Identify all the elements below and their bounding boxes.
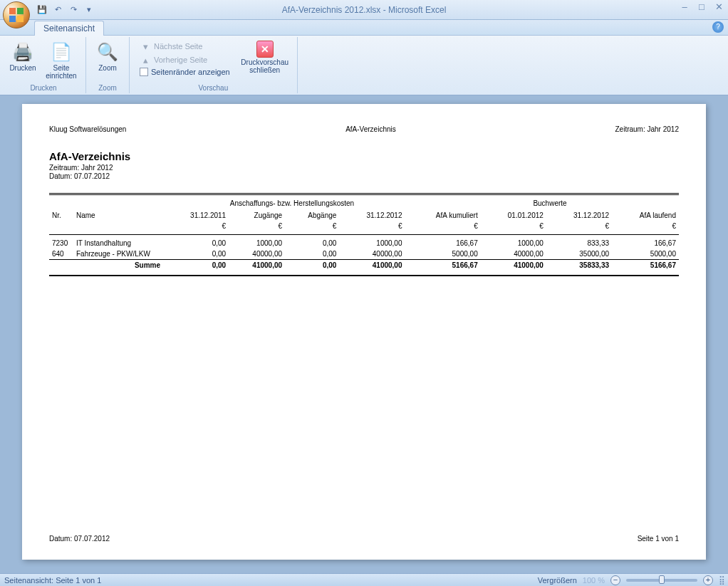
close-icon: ✕	[256, 41, 274, 58]
zoom-hint: Vergrößern	[538, 576, 577, 585]
tab-seitenansicht[interactable]: Seitenansicht	[34, 21, 104, 36]
quick-access-toolbar: 💾 ↶ ↷ ▾	[36, 4, 95, 16]
ribbon-group-zoom: 🔍 Zoom Zoom	[86, 37, 130, 93]
checkbox-icon	[140, 68, 148, 76]
window-title: AfA-Verzeichnis 2012.xlsx - Microsoft Ex…	[0, 5, 728, 15]
print-button[interactable]: 🖨️ Drucken	[6, 38, 40, 83]
zoom-in-button[interactable]: +	[703, 575, 713, 585]
table-row: 640Fahrzeuge - PKW/LKW0,0040000,000,0040…	[49, 248, 679, 260]
undo-icon[interactable]: ↶	[51, 4, 64, 16]
report-subtitle-period: Zeitraum: Jahr 2012	[49, 164, 679, 172]
resize-grip-icon[interactable]: ⣿	[719, 575, 724, 585]
page-preview: Kluug Softwarelösungen AfA-Verzeichnis Z…	[22, 104, 706, 560]
close-preview-button[interactable]: ✕ Druckvorschau schließen	[237, 38, 293, 83]
qat-dropdown-icon[interactable]: ▾	[83, 4, 95, 16]
ribbon-group-vorschau: ▾ Nächste Seite ▴ Vorherige Seite Seiten…	[130, 37, 298, 93]
zoom-out-button[interactable]: −	[610, 575, 620, 585]
zoom-button[interactable]: 🔍 Zoom	[90, 38, 125, 83]
preview-area[interactable]: Kluug Softwarelösungen AfA-Verzeichnis Z…	[0, 95, 728, 573]
statusbar: Seitenansicht: Seite 1 von 1 Vergrößern …	[0, 573, 728, 586]
page-header-center: AfA-Verzeichnis	[345, 125, 396, 133]
zoom-percent: 100 %	[583, 576, 605, 585]
prev-page-button: ▴ Vorherige Seite	[137, 53, 233, 66]
page-footer-left: Datum: 07.07.2012	[49, 535, 110, 543]
table-sum-row: Summe0,0041000,000,0041000,005166,674100…	[49, 260, 679, 271]
maximize-button[interactable]: □	[695, 1, 708, 12]
magnifier-icon: 🔍	[96, 41, 119, 63]
help-icon[interactable]: ?	[712, 21, 724, 33]
titlebar: 💾 ↶ ↷ ▾ AfA-Verzeichnis 2012.xlsx - Micr…	[0, 0, 728, 20]
page-setup-icon: 📄	[50, 41, 73, 63]
next-page-button: ▾ Nächste Seite	[137, 40, 233, 53]
office-button[interactable]	[3, 1, 30, 28]
minimize-button[interactable]: –	[678, 1, 691, 12]
close-window-button[interactable]: ✕	[712, 1, 725, 12]
page-setup-button[interactable]: 📄 Seite einrichten	[41, 38, 81, 83]
ribbon-group-drucken: 🖨️ Drucken 📄 Seite einrichten Drucken	[1, 37, 86, 93]
report-table: Nr. Name 31.12.2011 Zugänge Abgänge 31.1…	[49, 210, 679, 271]
page-footer-right: Seite 1 von 1	[638, 535, 679, 543]
status-text: Seitenansicht: Seite 1 von 1	[4, 576, 101, 585]
zoom-slider[interactable]	[626, 579, 697, 582]
section-header-bookvalues: Buchwerte	[421, 199, 679, 207]
ribbon: 🖨️ Drucken 📄 Seite einrichten Drucken 🔍 …	[0, 36, 728, 95]
printer-icon: 🖨️	[11, 41, 34, 63]
page-header-right: Zeitraum: Jahr 2012	[615, 125, 679, 133]
report-title: AfA-Verzeichnis	[49, 150, 679, 162]
redo-icon[interactable]: ↷	[67, 4, 80, 16]
page-down-icon: ▾	[140, 41, 151, 52]
report-subtitle-date: Datum: 07.07.2012	[49, 172, 679, 180]
show-margins-checkbox[interactable]: Seitenränder anzeigen	[137, 67, 233, 77]
section-header-costs: Anschaffungs- bzw. Herstellungskosten	[163, 199, 421, 207]
page-up-icon: ▴	[140, 54, 151, 66]
save-icon[interactable]: 💾	[36, 4, 48, 16]
table-row: 7230IT Instandhaltung0,001000,000,001000…	[49, 238, 679, 248]
ribbon-tabs: Seitenansicht ?	[0, 20, 728, 36]
page-header-left: Kluug Softwarelösungen	[49, 125, 126, 133]
